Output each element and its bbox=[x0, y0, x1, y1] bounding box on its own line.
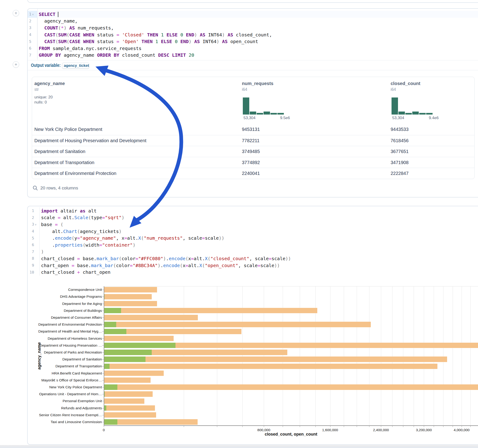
y-axis-tick bbox=[102, 387, 104, 387]
table-row[interactable]: Department of Housing Preservation and D… bbox=[32, 135, 474, 146]
open-count-bar bbox=[104, 405, 106, 411]
y-axis-tick bbox=[102, 352, 104, 353]
line-number: 2 bbox=[28, 18, 37, 25]
y-axis-label: Department of Housing Preservation … bbox=[33, 343, 102, 348]
y-axis-tick bbox=[102, 415, 104, 415]
column-type: i64 bbox=[242, 87, 247, 92]
sql-editor[interactable]: 1vSELECT2 agency_name,3 COUNT(*) AS num_… bbox=[28, 11, 478, 59]
code-text: SELECT bbox=[37, 12, 58, 17]
column-header-agency_name[interactable]: agency_name bbox=[34, 81, 65, 86]
x-axis-tick bbox=[462, 425, 462, 427]
open-count-bar bbox=[104, 322, 116, 327]
column-null-count: nulls: 0 bbox=[34, 100, 47, 105]
line-number: 3 bbox=[28, 25, 37, 31]
y-axis-label: Department for the Aging bbox=[33, 302, 102, 306]
y-axis-tick bbox=[102, 380, 104, 380]
y-axis-tick bbox=[102, 304, 104, 304]
closed-count-bar bbox=[104, 315, 198, 320]
x-axis-tick-label: 2,400,000 bbox=[367, 428, 395, 432]
closed-count-bar bbox=[104, 398, 144, 404]
table-row[interactable]: Department of Transportation377489234719… bbox=[32, 157, 474, 168]
x-axis-tick bbox=[300, 425, 300, 427]
code-text: FROM sample_data.nyc.service_requests bbox=[37, 46, 142, 51]
fold-chevron-icon[interactable]: v bbox=[31, 13, 37, 16]
code-text: agency_name, bbox=[37, 18, 78, 24]
y-axis-tick bbox=[102, 422, 104, 422]
code-line-2[interactable]: 2 agency_name, bbox=[28, 18, 478, 25]
y-axis-label: Personal Exemption Unit bbox=[33, 399, 102, 403]
y-axis-tick bbox=[102, 345, 104, 346]
y-axis-label: HRA Benefit Card Replacement bbox=[33, 371, 102, 375]
y-axis-label: New York City Police Department bbox=[33, 385, 102, 389]
x-axis-tick-label: 0 bbox=[90, 428, 118, 432]
closed-count-bar bbox=[104, 419, 198, 425]
closed-count-bar bbox=[104, 412, 156, 418]
table-cell: 9443533 bbox=[391, 124, 409, 135]
y-axis-label: Department of Environmental Protection bbox=[33, 322, 102, 327]
x-axis-tick bbox=[357, 425, 357, 427]
x-axis-tick bbox=[403, 425, 403, 427]
y-axis-label: Taxi and Limousine Commission bbox=[33, 420, 102, 424]
column-header-closed_count[interactable]: closed_count bbox=[391, 81, 420, 86]
x-axis-tick bbox=[184, 425, 184, 427]
add-cell-button-middle[interactable]: + bbox=[13, 61, 19, 68]
y-axis-tick bbox=[102, 394, 104, 394]
open-count-bar bbox=[104, 364, 110, 369]
y-axis-tick bbox=[102, 297, 104, 297]
x-axis-tick-label: 800,000 bbox=[250, 428, 278, 432]
table-row[interactable]: Department of Environmental Protection22… bbox=[32, 168, 474, 179]
python-cell: 1import altair as alt2scale = alt.Scale(… bbox=[27, 206, 478, 445]
output-variable-chip[interactable]: agency_tickets bbox=[62, 63, 89, 69]
y-axis-tick bbox=[102, 290, 104, 290]
output-variable-bar: Output variable: agency_tickets bbox=[28, 60, 478, 70]
open-count-bar bbox=[104, 329, 126, 334]
code-line-6[interactable]: 6FROM sample_data.nyc.service_requests bbox=[28, 45, 478, 52]
y-axis-label: Refunds and Adjustments bbox=[33, 406, 102, 410]
table-cell: Department of Transportation bbox=[34, 157, 94, 168]
table-cell: 3749485 bbox=[242, 146, 260, 157]
code-line-5[interactable]: 5 CAST(SUM(CASE WHEN status = 'Open' THE… bbox=[28, 38, 478, 45]
closed-count-bar bbox=[104, 287, 157, 292]
y-axis-tick bbox=[102, 373, 104, 373]
y-axis-label: Department of Homeless Services bbox=[33, 336, 102, 341]
output-variable-label: Output variable: bbox=[31, 63, 61, 68]
code-line-1[interactable]: 1vSELECT bbox=[28, 11, 478, 18]
x-axis-tick bbox=[242, 425, 243, 427]
open-count-bar bbox=[104, 343, 176, 348]
x-axis-tick bbox=[443, 425, 443, 427]
table-cell: 3774892 bbox=[242, 157, 260, 168]
y-axis-tick bbox=[102, 339, 104, 339]
code-line-3[interactable]: 3 COUNT(*) AS num_requests, bbox=[28, 25, 478, 31]
code-line-7[interactable]: 7GROUP BY agency_name ORDER BY closed_co… bbox=[28, 52, 478, 59]
closed-count-bar bbox=[104, 405, 155, 411]
y-axis-label: DHS Advantage Programs bbox=[33, 294, 102, 299]
table-cell: 7782211 bbox=[242, 135, 259, 146]
y-axis-label: Correspondence Unit bbox=[33, 288, 102, 292]
histogram-max-label: 9.4e6 bbox=[425, 116, 443, 120]
x-axis-tick bbox=[369, 425, 369, 427]
search-icon[interactable] bbox=[33, 186, 38, 191]
y-axis-label: Department of Health and Mental Hyg… bbox=[33, 329, 102, 333]
altair-chart: Correspondence UnitDHS Advantage Program… bbox=[28, 206, 478, 444]
next-cell-top-edge bbox=[0, 445, 478, 448]
column-header-num_requests[interactable]: num_requests bbox=[242, 81, 273, 86]
add-cell-button-top[interactable]: + bbox=[13, 10, 19, 16]
table-row[interactable]: Department of Sanitation37494853677651 bbox=[32, 146, 474, 157]
y-axis-tick bbox=[102, 317, 104, 318]
y-axis-label: Department of Parks and Recreation bbox=[33, 350, 102, 355]
x-axis-tick bbox=[264, 425, 264, 427]
closed-count-bar bbox=[104, 391, 153, 397]
line-number: 4 bbox=[28, 31, 37, 38]
code-line-4[interactable]: 4 CAST(SUM(CASE WHEN status = 'Closed' T… bbox=[28, 31, 478, 38]
line-number: 5 bbox=[28, 38, 37, 45]
closed-count-bar bbox=[104, 308, 317, 313]
table-row[interactable]: New York City Police Department945313194… bbox=[32, 124, 474, 135]
table-cell: Department of Housing Preservation and D… bbox=[34, 135, 146, 146]
y-axis-tick bbox=[102, 408, 104, 408]
closed-count-bar bbox=[104, 364, 437, 369]
closed-count-bar bbox=[104, 371, 164, 376]
x-axis-tick bbox=[434, 425, 434, 427]
histogram-max-label: 9.5e6 bbox=[276, 116, 294, 120]
x-axis-title: closed_count, open_count bbox=[153, 432, 429, 437]
y-axis-label: Senior Citizen Rent Increase Exempti… bbox=[33, 413, 102, 417]
